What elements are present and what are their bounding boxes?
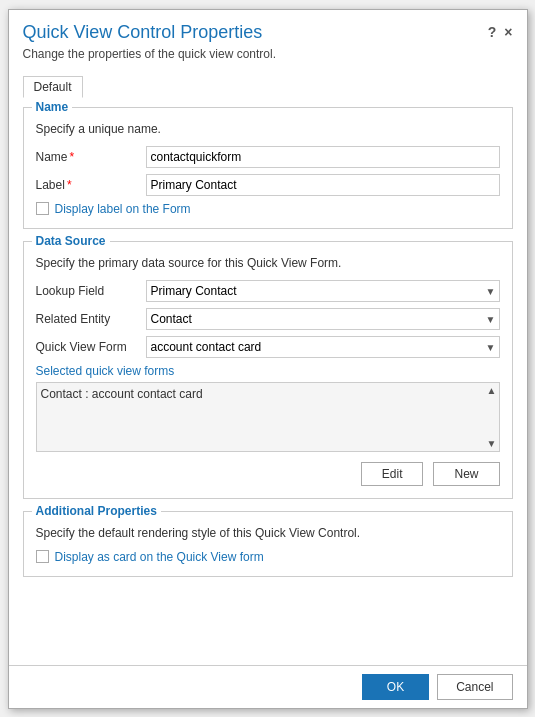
selected-forms-label: Selected quick view forms [36,364,500,378]
new-button[interactable]: New [433,462,499,486]
dialog-subtitle: Change the properties of the quick view … [23,47,513,61]
selected-forms-box: Contact : account contact card ▲ ▼ [36,382,500,452]
display-label-text: Display label on the Form [55,202,191,216]
datasource-section-legend: Data Source [32,234,110,248]
quick-view-form-select[interactable]: account contact card [146,336,500,358]
label-required-star: * [67,178,72,192]
name-label: Name* [36,150,146,164]
label-input[interactable] [146,174,500,196]
help-icon[interactable]: ? [488,24,497,40]
lookup-field-wrapper: Primary Contact ▼ [146,280,500,302]
display-label-row: Display label on the Form [36,202,500,216]
selected-form-item: Contact : account contact card [41,387,495,401]
display-card-checkbox[interactable] [36,550,49,563]
dialog-title-icons: ? × [488,24,513,40]
datasource-section-desc: Specify the primary data source for this… [36,256,500,270]
lookup-field-select[interactable]: Primary Contact [146,280,500,302]
quick-view-dialog: Quick View Control Properties ? × Change… [8,9,528,709]
additional-section: Additional Properties Specify the defaul… [23,511,513,577]
dialog-footer: OK Cancel [9,665,527,708]
lookup-field-row: Lookup Field Primary Contact ▼ [36,280,500,302]
scroll-up-icon[interactable]: ▲ [487,385,497,396]
quick-view-form-row: Quick View Form account contact card ▼ [36,336,500,358]
related-entity-wrapper: Contact ▼ [146,308,500,330]
close-icon[interactable]: × [504,24,512,40]
scroll-down-icon[interactable]: ▼ [487,438,497,449]
related-entity-row: Related Entity Contact ▼ [36,308,500,330]
ok-button[interactable]: OK [362,674,429,700]
name-input[interactable] [146,146,500,168]
name-section: Name Specify a unique name. Name* Label*… [23,107,513,229]
form-buttons-row: Edit New [36,462,500,486]
display-label-checkbox[interactable] [36,202,49,215]
related-entity-select[interactable]: Contact [146,308,500,330]
edit-button[interactable]: Edit [361,462,424,486]
cancel-button[interactable]: Cancel [437,674,512,700]
quick-view-form-wrapper: account contact card ▼ [146,336,500,358]
additional-section-desc: Specify the default rendering style of t… [36,526,500,540]
related-entity-label: Related Entity [36,312,146,326]
display-card-label: Display as card on the Quick View form [55,550,264,564]
dialog-header: Quick View Control Properties ? × Change… [9,10,527,67]
datasource-section: Data Source Specify the primary data sou… [23,241,513,499]
additional-section-legend: Additional Properties [32,504,161,518]
dialog-title: Quick View Control Properties [23,22,263,43]
name-form-row: Name* [36,146,500,168]
quick-view-form-label: Quick View Form [36,340,146,354]
display-card-row: Display as card on the Quick View form [36,550,500,564]
lookup-field-label: Lookup Field [36,284,146,298]
name-section-desc: Specify a unique name. [36,122,500,136]
label-form-row: Label* [36,174,500,196]
tab-bar: Default [23,75,513,97]
name-required-star: * [70,150,75,164]
name-section-legend: Name [32,100,73,114]
tab-default[interactable]: Default [23,76,83,98]
dialog-content: Default Name Specify a unique name. Name… [9,67,527,665]
label-label: Label* [36,178,146,192]
